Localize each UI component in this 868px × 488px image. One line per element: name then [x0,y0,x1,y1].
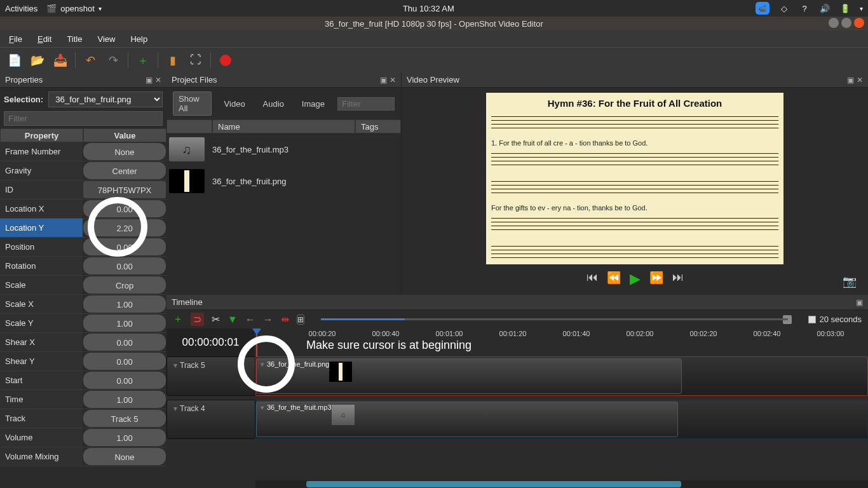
activities-button[interactable]: Activities [5,4,37,13]
menu-title[interactable]: Title [60,32,88,46]
property-row[interactable]: Scale X1.00 [0,295,166,314]
export-button[interactable] [217,52,234,69]
window-maximize-button[interactable] [841,18,851,28]
property-row[interactable]: TrackTrack 5 [0,409,166,428]
property-value[interactable]: Track 5 [83,410,166,427]
tab-show-all[interactable]: Show All [173,92,212,116]
zoom-reset-button[interactable]: ⊞ [297,315,304,325]
property-value[interactable]: Crop [83,276,166,294]
property-header[interactable]: Property [0,128,83,142]
timeline-horizontal-scrollbar[interactable] [255,480,868,488]
files-filter-input[interactable] [337,97,395,111]
property-value[interactable]: 0.00 [83,200,166,217]
zoom-checkbox-icon[interactable] [808,316,816,323]
volume-tray-icon[interactable]: 🔊 [819,3,831,14]
track-lane[interactable]: ▾36_for_the_fruit.png [255,356,868,396]
track-header[interactable]: ▾Track 5 [166,356,255,396]
property-value[interactable]: 0.00 [83,353,166,370]
battery-tray-icon[interactable]: 🔋 [839,3,851,14]
jump-end-button[interactable]: ⏭ [672,271,684,287]
selection-dropdown[interactable]: 36_for_the_fruit.png [48,92,163,107]
property-value[interactable]: None [83,143,166,160]
property-row[interactable]: Volume MixingNone [0,447,166,466]
property-row[interactable]: Volume1.00 [0,428,166,447]
window-close-button[interactable] [854,18,864,28]
rewind-button[interactable]: ⏪ [607,271,621,287]
snapshot-button[interactable]: 📷 [843,274,857,288]
add-track-button[interactable]: ＋ [173,313,183,326]
property-row[interactable]: Start0.00 [0,371,166,390]
file-row[interactable]: ♫36_for_the_fruit.mp3 [166,133,401,165]
value-header[interactable]: Value [83,128,166,142]
razor-button[interactable]: ✂ [212,313,220,325]
tab-video[interactable]: Video [219,97,250,111]
menu-edit[interactable]: Edit [31,32,58,46]
center-playhead-button[interactable]: ⇹ [281,313,289,325]
close-panel-icon[interactable]: ✕ [155,76,161,85]
property-row[interactable]: Shear Y0.00 [0,352,166,371]
save-project-button[interactable]: 📥 [52,52,69,69]
system-menu-chevron-icon[interactable]: ▾ [860,5,863,12]
clock[interactable]: Thu 10:32 AM [102,4,756,13]
timeline-ruler[interactable]: 00:00:00:01 Make sure cursor is at begin… [166,329,868,356]
property-value[interactable]: None [83,448,166,465]
zoom-tray-icon[interactable]: 📹 [756,2,770,15]
file-row[interactable]: 36_for_the_fruit.png [166,165,401,197]
property-row[interactable]: Time1.00 [0,390,166,409]
add-marker-button[interactable]: ▼ [227,314,238,325]
property-value[interactable]: 1.00 [83,315,166,332]
next-marker-button[interactable]: → [263,314,273,325]
fast-forward-button[interactable]: ⏩ [649,271,663,287]
property-row[interactable]: Location X0.00 [0,200,166,219]
timeline-track[interactable]: ▾Track 5▾36_for_the_fruit.png [166,356,868,396]
undock-icon[interactable]: ▣ [856,298,863,307]
property-row[interactable]: GravityCenter [0,161,166,180]
dropbox-tray-icon[interactable]: ◇ [778,3,790,14]
track-header[interactable]: ▾Track 4 [166,400,255,439]
redo-button[interactable]: ↷ [105,52,121,69]
app-menu[interactable]: 🎬 openshot ▾ [46,4,102,13]
property-row[interactable]: Position0.00 [0,238,166,257]
property-row[interactable]: Rotation0.00 [0,257,166,276]
window-minimize-button[interactable] [829,18,839,28]
menu-file[interactable]: File [3,32,29,46]
playhead[interactable] [256,329,257,356]
property-value[interactable]: 78PHT5W7PX [83,181,166,198]
zoom-slider[interactable] [321,315,792,324]
property-value[interactable]: 1.00 [83,429,166,446]
property-row[interactable]: ScaleCrop [0,276,166,295]
new-project-button[interactable]: 📄 [6,52,23,69]
properties-filter-input[interactable] [4,111,163,126]
property-row[interactable]: Shear X0.00 [0,333,166,352]
jump-start-button[interactable]: ⏮ [587,271,598,287]
property-value[interactable]: Center [83,162,166,179]
property-row[interactable]: ID78PHT5W7PX [0,180,166,200]
tags-header[interactable]: Tags [355,119,401,133]
undock-icon[interactable]: ▣ [847,76,854,85]
property-row[interactable]: Location Y2.20 [0,219,166,238]
property-value[interactable]: 1.00 [83,391,166,408]
menu-help[interactable]: Help [124,32,154,46]
import-files-button[interactable]: ＋ [135,52,151,69]
undock-icon[interactable]: ▣ [146,76,153,85]
property-row[interactable]: Scale Y1.00 [0,314,166,333]
timeline-clip[interactable]: ▾36_for_the_fruit.mp3♫ [256,402,678,437]
property-value[interactable]: 1.00 [83,295,166,313]
snap-button[interactable]: ⊃ [191,313,204,326]
property-value[interactable]: 0.00 [83,238,166,255]
name-header[interactable]: Name [212,119,355,133]
profile-button[interactable]: ▮ [165,52,181,69]
timeline-track[interactable]: ▾Track 4▾36_for_the_fruit.mp3♫ [166,400,868,439]
menu-view[interactable]: View [91,32,121,46]
prev-marker-button[interactable]: ← [245,314,255,325]
help-tray-icon[interactable]: ? [799,3,810,14]
fullscreen-button[interactable]: ⛶ [187,52,204,69]
undock-icon[interactable]: ▣ [380,76,387,85]
tab-image[interactable]: Image [297,97,330,111]
property-value[interactable]: 0.00 [83,334,166,351]
property-row[interactable]: Frame NumberNone [0,142,166,161]
property-value[interactable]: 0.00 [83,257,166,274]
property-value[interactable]: 0.00 [83,372,166,389]
open-project-button[interactable]: 📂 [29,52,46,69]
close-panel-icon[interactable]: ✕ [390,76,396,85]
